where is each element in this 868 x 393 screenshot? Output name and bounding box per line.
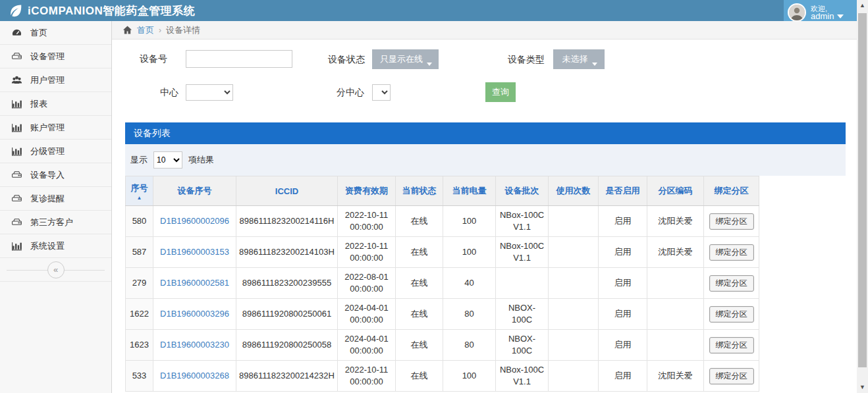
subcenter-select[interactable]: [372, 84, 391, 101]
cell-batch: NBOX-100C: [496, 330, 549, 361]
table-header-row: 序号▲ 设备序号 ICCID 资费有效期 当前状态 当前电量 设备批次 使用次数…: [126, 176, 759, 206]
cell-expiry: 2022-10-11 00:00:00: [338, 237, 396, 268]
device-no-input[interactable]: [186, 50, 292, 68]
device-sn-link[interactable]: D1B19600002096: [160, 216, 229, 226]
sidebar-item-third-party[interactable]: 第三方客户: [0, 211, 111, 234]
results-label: 项结果: [188, 154, 214, 166]
chevron-down-icon: [427, 63, 432, 66]
subcenter-label: 分中心: [328, 84, 364, 101]
col-header-status[interactable]: 当前状态: [396, 176, 443, 206]
device-icon: [11, 193, 22, 204]
device-no-label: 设备号: [138, 50, 167, 67]
sidebar-item-label: 设备导入: [30, 169, 65, 181]
scrollbar-thumb[interactable]: [858, 13, 867, 367]
cell-status: 在线: [396, 330, 443, 361]
page-size-select[interactable]: 10: [153, 151, 182, 169]
sidebar-item-label: 系统设置: [30, 240, 65, 252]
users-icon: [11, 74, 22, 86]
scroll-up-icon[interactable]: ▲: [857, 0, 868, 11]
col-header-partition-code[interactable]: 分区编码: [647, 176, 704, 206]
sidebar-item-revisit-reminder[interactable]: 复诊提醒: [0, 187, 111, 211]
cell-use-count: [549, 206, 599, 237]
device-status-dropdown[interactable]: 只显示在线: [372, 49, 439, 69]
device-sn-link[interactable]: D1B19600003230: [160, 340, 229, 350]
sidebar-item-account-mgmt[interactable]: 账户管理: [0, 116, 111, 140]
device-sn-link[interactable]: D1B19600003153: [160, 247, 229, 257]
cell-enabled: 启用: [599, 330, 647, 361]
cell-battery: 100: [443, 206, 496, 237]
bind-partition-button[interactable]: 绑定分区: [709, 368, 754, 384]
leaf-logo-icon: [9, 4, 22, 17]
panel-title: 设备列表: [134, 128, 171, 140]
bind-partition-button[interactable]: 绑定分区: [709, 337, 754, 354]
cell-status: 在线: [396, 206, 443, 237]
bind-partition-button[interactable]: 绑定分区: [709, 306, 754, 323]
cell-seq: 1623: [126, 330, 153, 361]
chevron-down-icon: [592, 63, 597, 66]
sidebar-item-label: 报表: [30, 98, 47, 110]
sort-asc-icon: ▲: [126, 196, 153, 200]
vertical-scrollbar[interactable]: ▲ ▼: [857, 0, 868, 393]
bind-partition-button[interactable]: 绑定分区: [709, 213, 754, 230]
username: admin: [811, 13, 834, 20]
col-header-bind-partition[interactable]: 绑定分区: [704, 176, 759, 206]
cell-status: 在线: [396, 268, 443, 299]
col-header-batch[interactable]: 设备批次: [496, 176, 549, 206]
cell-expiry: 2022-10-11 00:00:00: [338, 361, 396, 392]
cell-status: 在线: [396, 299, 443, 330]
breadcrumb-current: 设备详情: [166, 24, 200, 36]
cell-enabled: 启用: [599, 268, 647, 299]
sidebar-item-label: 设备管理: [30, 51, 65, 63]
col-header-expiry[interactable]: 资费有效期: [338, 176, 396, 206]
cell-partition: [647, 299, 704, 330]
table-row: 533 D1B19600003268 8986111823200214232H …: [126, 361, 759, 392]
device-table: 序号▲ 设备序号 ICCID 资费有效期 当前状态 当前电量 设备批次 使用次数…: [125, 176, 759, 392]
cell-partition: [647, 330, 704, 361]
cell-expiry: 2024-04-01 00:00:00: [338, 299, 396, 330]
center-label: 中心: [149, 84, 178, 101]
sidebar-item-reports[interactable]: 报表: [0, 92, 111, 116]
col-header-device-sn[interactable]: 设备序号: [153, 176, 236, 206]
sidebar-item-label: 用户管理: [30, 74, 65, 86]
bind-partition-button[interactable]: 绑定分区: [709, 275, 754, 292]
cell-expiry: 2024-04-01 00:00:00: [338, 330, 396, 361]
col-header-iccid[interactable]: ICCID: [236, 176, 338, 206]
cell-enabled: 启用: [599, 361, 647, 392]
scroll-down-icon[interactable]: ▼: [857, 382, 868, 393]
cell-partition: 沈阳关爱: [647, 237, 704, 268]
device-type-dropdown[interactable]: 未选择: [553, 49, 605, 69]
device-sn-link[interactable]: D1B19600003268: [160, 371, 229, 380]
breadcrumb-separator: ›: [159, 26, 161, 35]
col-header-seq[interactable]: 序号▲: [126, 176, 153, 206]
cell-seq: 533: [126, 361, 153, 392]
table-row: 580 D1B19600002096 8986111823200214116H …: [126, 206, 759, 237]
device-sn-link[interactable]: D1B19600002581: [160, 278, 229, 288]
cell-seq: 279: [126, 268, 153, 299]
sidebar-item-home[interactable]: 首页: [0, 21, 111, 45]
cell-enabled: 启用: [599, 299, 647, 330]
cell-enabled: 启用: [599, 237, 647, 268]
sidebar-item-device-mgmt[interactable]: 设备管理: [0, 45, 111, 68]
sidebar-item-level-mgmt[interactable]: 分级管理: [0, 140, 111, 163]
col-header-use-count[interactable]: 使用次数: [549, 176, 599, 206]
cell-iccid: 8986111823200214116H: [236, 206, 338, 237]
sidebar-item-system-settings[interactable]: 系统设置: [0, 234, 111, 258]
cell-use-count: [549, 330, 599, 361]
device-status-label: 设备状态: [328, 51, 365, 68]
cell-iccid: 8986111920800250061: [236, 299, 338, 330]
table-row: 279 D1B19600002581 8986111823200239555 2…: [126, 268, 759, 299]
bind-partition-button[interactable]: 绑定分区: [709, 244, 754, 261]
col-header-battery[interactable]: 当前电量: [443, 176, 496, 206]
col-header-enabled[interactable]: 是否启用: [599, 176, 647, 206]
sidebar-item-user-mgmt[interactable]: 用户管理: [0, 68, 111, 92]
sidebar-collapse-button[interactable]: «: [47, 261, 65, 278]
main-content: 设备号 设备状态 只显示在线 设备类型 未选择 中心 分中心 查询 设备列表 显…: [112, 39, 857, 393]
sidebar-item-device-import[interactable]: 设备导入: [0, 163, 111, 187]
breadcrumb-home-link[interactable]: 首页: [137, 24, 154, 36]
center-select[interactable]: [186, 84, 233, 101]
cell-seq: 1622: [126, 299, 153, 330]
breadcrumb: 首页 › 设备详情: [112, 21, 857, 39]
device-sn-link[interactable]: D1B19600003296: [160, 309, 229, 319]
sidebar-item-label: 首页: [30, 27, 47, 39]
search-button[interactable]: 查询: [485, 82, 516, 102]
